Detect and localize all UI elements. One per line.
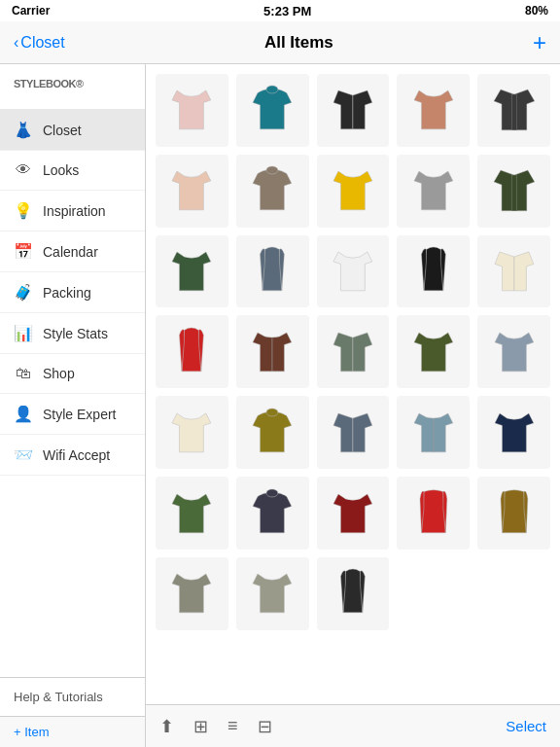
chevron-left-icon: ‹	[14, 34, 18, 52]
back-button[interactable]: ‹ Closet	[14, 34, 65, 52]
clothing-item[interactable]	[156, 155, 228, 228]
sidebar-item-packing[interactable]: 🧳 Packing	[0, 272, 145, 313]
looks-icon: 👁	[14, 161, 33, 179]
items-grid	[146, 64, 560, 704]
content-bottom-bar: ⬆ ⊞ ≡ ⊟ Select	[146, 704, 560, 747]
sidebar-item-label: Style Expert	[43, 407, 116, 422]
sidebar-item-style-expert[interactable]: 👤 Style Expert	[0, 394, 145, 435]
bottom-toolbar: ⬆ ⊞ ≡ ⊟	[159, 716, 272, 737]
sidebar-item-label: Inspiration	[43, 203, 106, 219]
svg-point-7	[266, 489, 278, 497]
clothing-item[interactable]	[317, 477, 390, 550]
clothing-item[interactable]	[477, 477, 550, 550]
packing-icon: 🧳	[14, 283, 33, 302]
clothing-item[interactable]	[317, 74, 390, 147]
sidebar-item-label: Shop	[43, 366, 75, 381]
sidebar-item-label: Calendar	[43, 244, 98, 260]
clothing-item[interactable]	[477, 235, 550, 308]
select-button[interactable]: Select	[506, 718, 546, 734]
calendar-icon: 📅	[14, 242, 33, 261]
content-area: ⬆ ⊞ ≡ ⊟ Select	[146, 64, 560, 747]
clothing-item[interactable]	[236, 315, 309, 388]
add-item-button[interactable]: + Item	[14, 725, 50, 739]
clothing-item[interactable]	[156, 74, 228, 147]
clothing-item[interactable]	[317, 155, 390, 228]
clothing-item[interactable]	[156, 396, 228, 469]
wifi-accept-icon: 📨	[14, 445, 33, 464]
sidebar-item-closet[interactable]: 👗 Closet	[0, 110, 145, 151]
time-label: 5:23 PM	[263, 4, 311, 18]
clothing-item[interactable]	[156, 315, 228, 388]
sidebar-item-shop[interactable]: 🛍 Shop	[0, 354, 145, 394]
clothing-item[interactable]	[236, 557, 309, 630]
svg-rect-3	[511, 175, 516, 211]
style-stats-icon: 📊	[14, 324, 33, 342]
grid-icon[interactable]: ⊞	[193, 716, 208, 737]
filter-icon[interactable]: ⊟	[258, 716, 272, 737]
clothing-item[interactable]	[477, 155, 550, 228]
svg-point-0	[266, 86, 278, 93]
clothing-item[interactable]	[397, 155, 470, 228]
clothing-item[interactable]	[236, 235, 309, 308]
sidebar-item-calendar[interactable]: 📅 Calendar	[0, 231, 145, 272]
clothing-item[interactable]	[477, 315, 550, 388]
clothing-item[interactable]	[156, 235, 228, 308]
sidebar-item-label: Closet	[43, 123, 82, 138]
shop-icon: 🛍	[14, 365, 33, 382]
clothing-item[interactable]	[397, 74, 470, 147]
sidebar-item-label: Style Stats	[43, 326, 108, 341]
clothing-item[interactable]	[397, 315, 470, 388]
app-logo: STYLEBOOK®	[0, 64, 145, 110]
clothing-item[interactable]	[397, 235, 470, 308]
svg-point-2	[266, 166, 278, 174]
inspiration-icon: 💡	[14, 201, 33, 220]
sidebar-item-style-stats[interactable]: 📊 Style Stats	[0, 313, 145, 354]
clothing-item[interactable]	[317, 235, 390, 308]
clothing-item[interactable]	[236, 74, 309, 147]
clothing-item[interactable]	[317, 315, 390, 388]
battery-label: 80%	[525, 4, 548, 18]
sidebar-item-label: Wifi Accept	[43, 447, 110, 463]
sidebar-item-inspiration[interactable]: 💡 Inspiration	[0, 191, 145, 231]
sidebar-item-wifi-accept[interactable]: 📨 Wifi Accept	[0, 435, 145, 476]
carrier-label: Carrier	[12, 4, 50, 18]
list-icon[interactable]: ≡	[228, 716, 238, 737]
clothing-item[interactable]	[236, 477, 309, 550]
sidebar-item-looks[interactable]: 👁 Looks	[0, 151, 145, 191]
sidebar: STYLEBOOK® 👗 Closet 👁 Looks 💡 Inspiratio…	[0, 64, 146, 747]
clothing-item[interactable]	[156, 557, 228, 630]
clothing-item[interactable]	[317, 557, 390, 630]
clothing-item[interactable]	[397, 396, 470, 469]
svg-point-5	[266, 409, 278, 416]
clothing-item[interactable]	[236, 396, 309, 469]
clothing-item[interactable]	[317, 396, 390, 469]
closet-icon: 👗	[14, 121, 33, 139]
svg-rect-1	[511, 94, 516, 130]
sidebar-bottom-bar: + Item	[0, 716, 145, 747]
sidebar-item-label: Packing	[43, 285, 91, 301]
clothing-item[interactable]	[156, 477, 228, 550]
help-tutorials[interactable]: Help & Tutorials	[0, 677, 145, 716]
nav-bar: ‹ Closet All Items +	[0, 21, 560, 64]
clothing-item[interactable]	[477, 74, 550, 147]
style-expert-icon: 👤	[14, 405, 33, 423]
sidebar-item-label: Looks	[43, 162, 79, 178]
clothing-item[interactable]	[477, 396, 550, 469]
status-bar: Carrier 5:23 PM 80%	[0, 0, 560, 21]
back-label: Closet	[20, 34, 64, 52]
nav-title: All Items	[264, 33, 333, 53]
add-button[interactable]: +	[533, 31, 546, 54]
sidebar-nav: 👗 Closet 👁 Looks 💡 Inspiration 📅 Calenda…	[0, 110, 145, 677]
share-icon[interactable]: ⬆	[159, 716, 174, 737]
clothing-item[interactable]	[397, 477, 470, 550]
clothing-item[interactable]	[236, 155, 309, 228]
